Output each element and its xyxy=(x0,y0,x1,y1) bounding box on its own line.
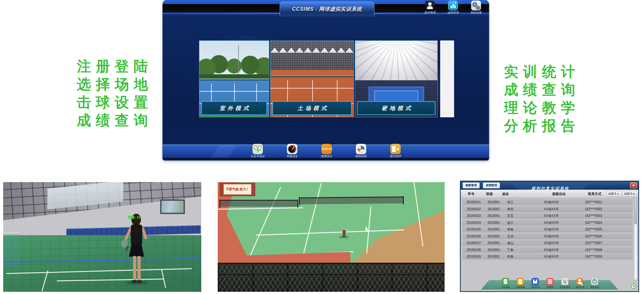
ball-speed-button[interactable]: 球速设定 xyxy=(280,144,304,158)
column-name: 姓名 xyxy=(498,192,513,196)
tab-score-management[interactable]: 成绩管理 xyxy=(483,182,500,188)
difficulty-stars-icon xyxy=(321,144,332,154)
user-management-button[interactable]: 用户管理 xyxy=(421,1,439,15)
cell-phone: 152****0009 xyxy=(585,254,620,260)
court-line xyxy=(218,207,303,210)
dock-item-micro-videos[interactable]: 微课视频 xyxy=(514,278,526,289)
dock-item-training-courses[interactable]: 实训课程 xyxy=(499,278,512,289)
speed-gauge-icon xyxy=(287,144,297,154)
exit-program-button[interactable]: 退出程序 xyxy=(383,144,407,158)
cell-address: XX省XX市 xyxy=(544,240,580,246)
table-row[interactable]: 20190107 2019001 崔山 XX省XX市 152****0007 xyxy=(462,240,633,246)
card-art-hedge xyxy=(199,74,269,79)
dock-item-resource-library[interactable]: 资源库 xyxy=(544,278,556,289)
player-racket xyxy=(345,229,349,231)
dock-item-exit-system[interactable]: 退出系统 xyxy=(588,278,601,289)
power-icon xyxy=(591,278,598,285)
cell-address: XX省XX市 xyxy=(544,213,580,219)
table-row[interactable]: 20190106 2019001 王武 XX省XX市 152****0006 xyxy=(462,233,633,239)
chart-bar xyxy=(451,6,452,8)
feature-line: 选择场地 xyxy=(77,75,153,93)
cell-class: 2019001 xyxy=(488,213,505,219)
feature-line: 分析报告 xyxy=(504,117,580,135)
table-row[interactable]: 20190109 2019001 李典 XX省XX市 152****0009 xyxy=(462,254,633,260)
court-line xyxy=(302,183,322,257)
court-line xyxy=(256,230,404,236)
gear-small xyxy=(477,6,480,9)
dock-item-scoring-standards[interactable]: 判分标准库 xyxy=(559,278,571,289)
table-row[interactable]: 20190102 2019001 李四 XX省XX市 152****0002 xyxy=(462,206,633,212)
chain-link-fence xyxy=(218,263,445,292)
cell-phone: 152****0008 xyxy=(585,247,620,253)
banner-text: 不要气馁·努力！ xyxy=(226,187,249,192)
mode-card-hard[interactable]: 硬地模式 xyxy=(355,40,438,117)
exit-door-icon xyxy=(390,144,401,154)
outdoor-mode-button[interactable]: 室外模式 xyxy=(201,101,267,115)
hard-mode-button[interactable]: 硬地模式 xyxy=(357,101,435,115)
table-row[interactable]: 20190108 2019001 丁奉 XX省XX市 152****0008 xyxy=(462,247,633,253)
score-management-button[interactable]: 成绩管理 xyxy=(444,1,462,15)
cell-student-id: 20190101 xyxy=(467,199,489,205)
stroke-setting-button[interactable]: 正反手设定 xyxy=(246,144,270,158)
avatar-skirt xyxy=(129,243,144,257)
feature-line: 成绩查询 xyxy=(77,111,153,129)
table-row[interactable]: 20190104 2019001 赵六 XX省XX市 152****0004 xyxy=(462,220,633,226)
table-row[interactable]: 20190105 2019001 李敏 XX省XX市 152****0005 xyxy=(462,226,633,232)
card-art-trees xyxy=(199,50,269,76)
cell-name: 张三 xyxy=(507,199,529,205)
column-address: 家庭住址 xyxy=(549,192,569,196)
cell-class: 2019001 xyxy=(488,206,505,212)
card-art-flags xyxy=(270,43,354,44)
cell-class: 2019001 xyxy=(488,220,505,226)
feature-line: 击球设置 xyxy=(77,93,153,111)
card-art-pole xyxy=(238,45,239,74)
practice-net xyxy=(3,233,20,266)
bottom-toolbar: 正反手设定 球速设定 难度设定 模拟训练 xyxy=(163,144,489,158)
scrollbar-track[interactable] xyxy=(634,199,637,280)
feature-line: 实训统计 xyxy=(504,63,580,81)
column-phone: 联系方式 xyxy=(585,192,605,196)
archive-export-button[interactable]: 档案导出 xyxy=(623,191,637,197)
dock-label: 实训课程 xyxy=(501,286,510,289)
cell-student-id: 20190108 xyxy=(467,247,489,253)
cell-class: 2019001 xyxy=(488,254,505,260)
wall-picture-frame xyxy=(160,199,185,214)
dock-item-courseware[interactable]: 课件管理 xyxy=(529,278,541,289)
system-settings-button[interactable]: 系统设置 xyxy=(467,1,485,15)
cell-address: XX省XX市 xyxy=(544,220,580,226)
table-row[interactable]: 20190103 2019001 王五 XX省XX市 152****0003 xyxy=(462,213,633,219)
cursor-icon xyxy=(581,282,584,286)
tennis-net xyxy=(220,200,298,207)
cell-phone: 152****0007 xyxy=(585,240,620,246)
player-figure xyxy=(342,228,347,238)
player-shadow xyxy=(339,236,349,238)
cell-name: 王武 xyxy=(507,233,529,239)
clay-mode-button[interactable]: 土场模式 xyxy=(272,101,352,115)
icon-label: 系统设置 xyxy=(470,11,482,15)
close-button[interactable]: × xyxy=(630,182,637,188)
cell-name: 李四 xyxy=(507,206,529,212)
dock-item-student-management[interactable]: 学生管理 xyxy=(574,278,586,289)
mode-card-clay[interactable]: 土场模式 xyxy=(270,40,354,117)
table-row[interactable]: 20190101 2019001 张三 XX省XX市 152****0001 xyxy=(462,199,633,205)
simulation-training-button[interactable]: 模拟训练 xyxy=(349,144,373,158)
mode-card-outdoor[interactable]: 室外模式 xyxy=(199,40,269,117)
cell-class: 2019001 xyxy=(488,247,505,253)
gauge-dial xyxy=(288,145,296,153)
player-body xyxy=(343,230,346,234)
archive-import-button[interactable]: 档案导入 xyxy=(607,191,621,197)
cell-student-id: 20190104 xyxy=(467,220,489,226)
blue-line xyxy=(3,258,201,263)
title-bar: CCSIMS - 网球虚拟实训系统 用户管理 成绩管理 xyxy=(163,0,489,16)
table-header-row: 学号 班级 姓名 家庭住址 联系方式 档案导入 档案导出 xyxy=(461,190,638,198)
cell-address: XX省XX市 xyxy=(544,206,580,212)
tab-archive-management[interactable]: 档案管理 xyxy=(463,182,480,188)
difficulty-button[interactable]: 难度设定 xyxy=(314,144,338,158)
player-avatar xyxy=(123,214,150,285)
bar-chart-icon xyxy=(448,1,458,10)
cell-class: 2019001 xyxy=(488,240,505,246)
floppy-icon xyxy=(532,278,539,285)
window-footer xyxy=(163,158,489,160)
dock-label: 微课视频 xyxy=(516,286,525,289)
scrollbar-thumb[interactable] xyxy=(635,199,637,224)
